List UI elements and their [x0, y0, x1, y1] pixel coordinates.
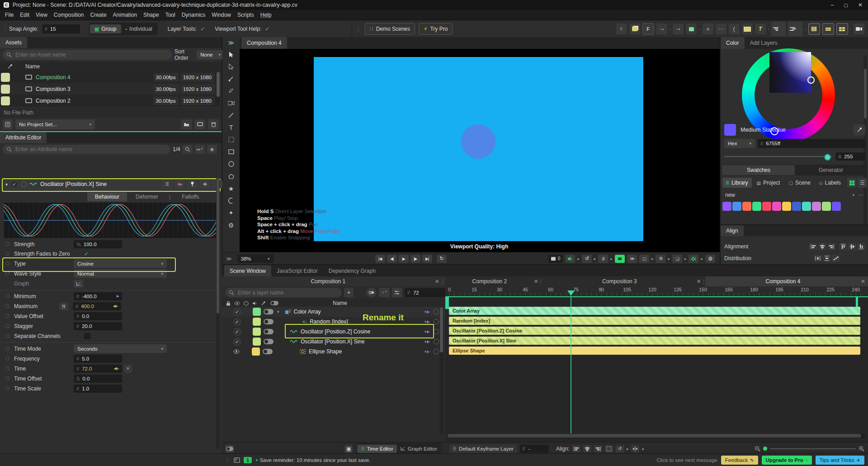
asset-color-chip[interactable]: [1, 73, 10, 82]
snap-grid-icon[interactable]: #: [598, 255, 608, 263]
tab-scene-window[interactable]: Scene Window: [224, 265, 271, 276]
grid-view-button[interactable]: [847, 178, 857, 188]
hex-mode-select[interactable]: Hex▾: [724, 139, 755, 148]
align-right-icon[interactable]: [827, 243, 835, 250]
expand-chevron-icon[interactable]: ▾: [277, 309, 279, 314]
message-count-badge[interactable]: 1: [244, 457, 252, 463]
alpha-value[interactable]: A255: [835, 152, 865, 161]
playhead-handle[interactable]: [567, 290, 575, 296]
track-bar-random[interactable]: Random [Index]: [449, 317, 860, 325]
menu-animation[interactable]: Animation: [110, 10, 140, 20]
align-middle-v-icon[interactable]: [848, 243, 856, 250]
layer-tools-check-icon[interactable]: ✓: [200, 26, 205, 32]
arc-curve-icon[interactable]: ⟨: [729, 24, 740, 34]
menu-scripts[interactable]: Scripts: [234, 10, 257, 20]
more-options-icon[interactable]: ⋯: [858, 192, 863, 198]
strength-input[interactable]: %100.0: [74, 240, 122, 248]
keyframe-prev-icon[interactable]: ◖: [424, 309, 426, 314]
viewport-tool-help-check-icon[interactable]: ✓: [265, 26, 269, 32]
tab-composition-4[interactable]: Composition 4 ✕: [705, 276, 868, 286]
timeline-ruler[interactable]: 0 15 30 45 60 75 90 105 120 135 150 165 …: [445, 286, 868, 296]
keyframe-next-icon[interactable]: ▶: [427, 329, 430, 334]
lasso-icon[interactable]: ↺: [582, 255, 592, 263]
tab-falloffs[interactable]: Falloffs: [182, 194, 199, 200]
attribute-scrollbar[interactable]: [216, 177, 220, 449]
work-area-start-marker[interactable]: [445, 296, 449, 309]
library-button[interactable]: ‖\Library: [722, 178, 752, 188]
menu-view[interactable]: View: [33, 10, 51, 20]
swatch[interactable]: [762, 202, 771, 211]
composition-1-tab[interactable]: Composition 1 ✕ |: [222, 276, 445, 286]
audio-counter[interactable]: 0: [548, 255, 563, 263]
folder-f-icon[interactable]: F: [642, 23, 654, 35]
frame-select-icon[interactable]: [605, 445, 613, 452]
layer-color-chip[interactable]: [253, 328, 261, 336]
columns-icon[interactable]: [808, 23, 820, 35]
layer-check-icon[interactable]: ✓: [233, 308, 241, 316]
frequency-input[interactable]: #5.0: [74, 355, 122, 363]
layer-film-toggle[interactable]: [263, 349, 273, 354]
zoom-in-icon[interactable]: [859, 446, 864, 452]
layer-color-chip[interactable]: [253, 318, 261, 326]
layer-name[interactable]: Oscillator [Position.Z] Cosine: [301, 328, 370, 335]
frame-bounds-icon[interactable]: ▢: [639, 255, 649, 263]
transform-tool[interactable]: [223, 133, 239, 146]
layer-search-field[interactable]: [225, 288, 342, 297]
current-color-swatch[interactable]: [724, 124, 736, 136]
graph-button[interactable]: [74, 280, 84, 288]
layer-film-toggle[interactable]: [264, 319, 274, 324]
timeline-zoom-handle[interactable]: [763, 447, 767, 451]
viewport-settings-gear-icon[interactable]: ⚙: [705, 255, 715, 263]
stack-icon[interactable]: ☰: [162, 180, 172, 188]
keyframe-prev-icon[interactable]: ◖: [424, 329, 426, 334]
pick-attribute-icon[interactable]: [183, 145, 193, 154]
eye-icon[interactable]: [233, 349, 240, 354]
align-top-icon[interactable]: [839, 243, 847, 250]
sparkle-tool[interactable]: ✦: [223, 207, 239, 219]
swatch[interactable]: [732, 202, 741, 211]
solo-circle-icon[interactable]: [434, 339, 439, 344]
pi-button[interactable]: π: [59, 302, 68, 310]
layer-color-chip[interactable]: [253, 338, 261, 346]
zoom-out-icon[interactable]: [755, 446, 760, 452]
attribute-search-field[interactable]: [3, 145, 170, 154]
keyframe-prev-icon[interactable]: ◖: [424, 339, 426, 344]
layer-row-random-index[interactable]: ✓ ×∴ Random [Index] ◖▶: [222, 317, 445, 327]
close-button[interactable]: ✕: [853, 0, 868, 10]
swatch-set-name[interactable]: new: [725, 192, 735, 198]
tab-deformer[interactable]: Deformer: [136, 194, 158, 200]
sv-square[interactable]: [769, 52, 811, 93]
keyframe-frame-field[interactable]: F-: [520, 445, 549, 453]
maximize-button[interactable]: ▢: [839, 0, 853, 10]
rows-icon[interactable]: [822, 23, 834, 35]
project-clipboard-icon[interactable]: [3, 119, 13, 129]
attribute-search-input[interactable]: [14, 146, 147, 153]
expand-icon[interactable]: ≫: [226, 256, 232, 262]
layer-name[interactable]: Oscillator [Position.X] Sine: [301, 338, 364, 345]
solo-circle-icon[interactable]: [434, 319, 439, 324]
tab-align[interactable]: Align: [721, 225, 744, 236]
timeline-scrollbar[interactable]: [447, 433, 865, 438]
menu-tool[interactable]: Tool: [162, 10, 179, 20]
more-panels-icon[interactable]: ≫: [627, 255, 637, 263]
time-input[interactable]: #72.0◀▶: [74, 365, 122, 373]
tab-assets[interactable]: Assets: [0, 37, 27, 48]
menu-shape[interactable]: Shape: [140, 10, 162, 20]
layers-overlay-icon[interactable]: ⧉: [656, 255, 665, 263]
composition-1-label[interactable]: Composition 1: [311, 278, 346, 285]
layer-film-toggle[interactable]: [264, 309, 274, 314]
direct-select-tool[interactable]: [223, 60, 239, 72]
arc-tool[interactable]: [223, 195, 239, 207]
align-keys-center-icon[interactable]: [583, 445, 591, 452]
asset-row[interactable]: Composition 2 30.00fps 1920 x 1080: [0, 95, 216, 107]
minimum-input[interactable]: #-400.0▶: [74, 292, 122, 300]
camera-tool[interactable]: [223, 97, 239, 109]
type-select[interactable]: Cosine▾: [74, 259, 167, 268]
onion-skin-icon[interactable]: [366, 288, 377, 297]
pen-t-icon[interactable]: T: [755, 24, 766, 34]
transparency-checker-icon[interactable]: [689, 255, 698, 263]
keyframe-dots-icon[interactable]: ◖▶: [175, 180, 184, 188]
jump-start-button[interactable]: |◀: [375, 255, 385, 263]
filter-settings-icon[interactable]: [392, 288, 402, 297]
alpha-slider-handle[interactable]: [824, 154, 831, 161]
